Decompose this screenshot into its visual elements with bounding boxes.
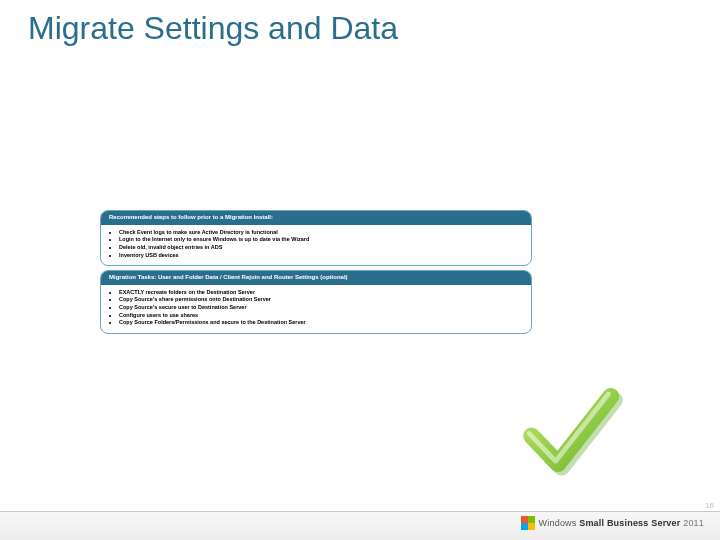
brand-windows: Windows <box>539 518 577 528</box>
card-body: Check Event logs to make sure Active Dir… <box>101 225 531 266</box>
list-item: Copy Source's share permissions onto Des… <box>119 296 523 304</box>
list-item: Login to the Internet only to ensure Win… <box>119 236 523 244</box>
card-header: Recommended steps to follow prior to a M… <box>101 211 531 225</box>
card-header: Migration Tasks: User and Folder Data / … <box>101 271 531 285</box>
footer-bar: Windows Small Business Server 2011 <box>0 511 720 540</box>
list-item: Inventory USB devices <box>119 252 523 260</box>
page-title: Migrate Settings and Data <box>28 10 398 47</box>
brand-year: 2011 <box>683 518 704 528</box>
checkmark-icon <box>510 370 630 490</box>
brand-sbs: Small Business Server <box>579 518 680 528</box>
page-number: 16 <box>705 501 714 510</box>
windows-logo-icon <box>521 516 535 530</box>
card-migration-tasks: Migration Tasks: User and Folder Data / … <box>100 270 532 334</box>
brand-text: Windows Small Business Server 2011 <box>539 518 704 528</box>
list-item: Copy Source Folders/Permissions and secu… <box>119 319 523 327</box>
card-prior-steps: Recommended steps to follow prior to a M… <box>100 210 532 266</box>
list-item: EXACTLY recreate folders on the Destinat… <box>119 289 523 297</box>
card-body: EXACTLY recreate folders on the Destinat… <box>101 285 531 333</box>
list-item: Configure users to use shares <box>119 312 523 320</box>
list-item: Delete old, invalid object entries in AD… <box>119 244 523 252</box>
brand: Windows Small Business Server 2011 <box>521 516 704 530</box>
list-item: Copy Source's secure user to Destination… <box>119 304 523 312</box>
list-item: Check Event logs to make sure Active Dir… <box>119 229 523 237</box>
